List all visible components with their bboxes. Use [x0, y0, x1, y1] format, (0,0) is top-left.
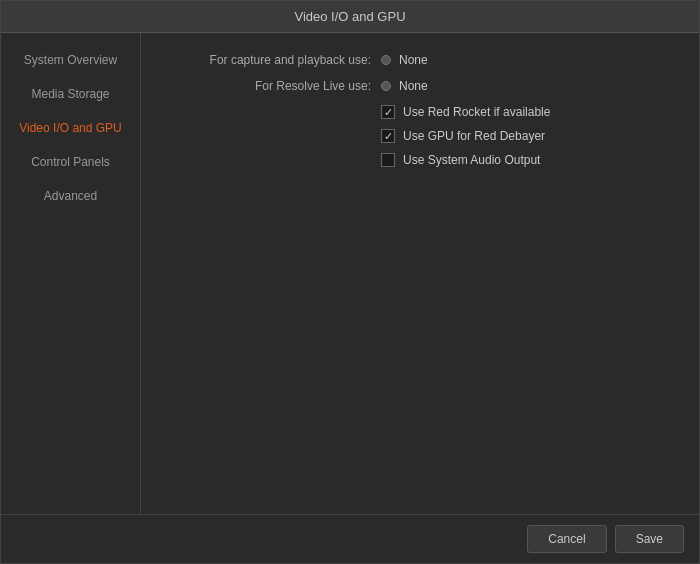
content-area: System Overview Media Storage Video I/O …: [1, 33, 699, 514]
sidebar-item-system-overview[interactable]: System Overview: [1, 43, 140, 77]
window: Video I/O and GPU System Overview Media …: [0, 0, 700, 564]
capture-radio-dot[interactable]: [381, 55, 391, 65]
save-button[interactable]: Save: [615, 525, 684, 553]
cancel-button[interactable]: Cancel: [527, 525, 606, 553]
sidebar-item-video-io[interactable]: Video I/O and GPU: [1, 111, 140, 145]
capture-label: For capture and playback use:: [171, 53, 371, 67]
window-title: Video I/O and GPU: [294, 9, 405, 24]
footer: Cancel Save: [1, 514, 699, 563]
sidebar-item-advanced[interactable]: Advanced: [1, 179, 140, 213]
resolve-radio-dot[interactable]: [381, 81, 391, 91]
sidebar-item-media-storage[interactable]: Media Storage: [1, 77, 140, 111]
checkbox-red-rocket[interactable]: ✓: [381, 105, 395, 119]
sidebar: System Overview Media Storage Video I/O …: [1, 33, 141, 514]
title-bar: Video I/O and GPU: [1, 1, 699, 33]
resolve-label: For Resolve Live use:: [171, 79, 371, 93]
resolve-value: None: [399, 79, 428, 93]
checkbox-label-gpu-debayer: Use GPU for Red Debayer: [403, 129, 545, 143]
checkbox-label-system-audio: Use System Audio Output: [403, 153, 540, 167]
checkbox-row-0: ✓ Use Red Rocket if available: [381, 105, 669, 119]
checkbox-label-red-rocket: Use Red Rocket if available: [403, 105, 550, 119]
checkbox-row-1: ✓ Use GPU for Red Debayer: [381, 129, 669, 143]
checkbox-system-audio[interactable]: [381, 153, 395, 167]
resolve-row: For Resolve Live use: None: [171, 79, 669, 93]
checkbox-row-2: Use System Audio Output: [381, 153, 669, 167]
capture-value: None: [399, 53, 428, 67]
checkbox-gpu-debayer[interactable]: ✓: [381, 129, 395, 143]
main-panel: For capture and playback use: None For R…: [141, 33, 699, 514]
sidebar-item-control-panels[interactable]: Control Panels: [1, 145, 140, 179]
capture-row: For capture and playback use: None: [171, 53, 669, 67]
